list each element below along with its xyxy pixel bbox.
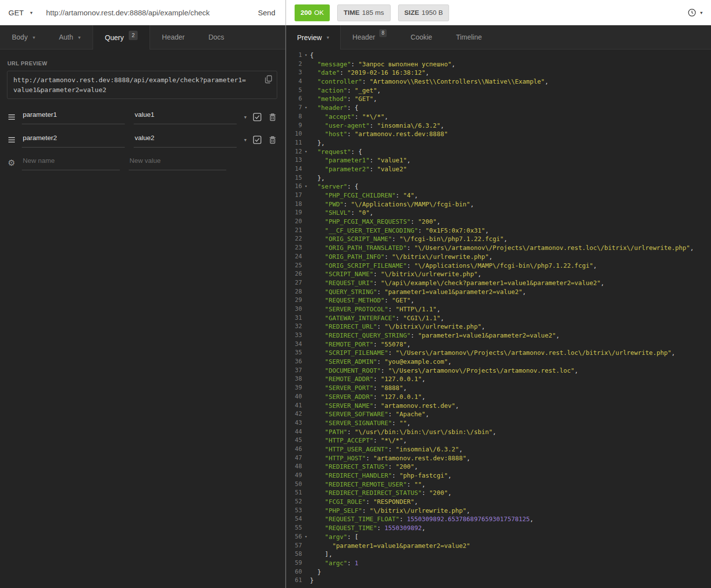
code-text: "REQUEST_METHOD": "GET", xyxy=(310,296,414,305)
url-preview-label: URL PREVIEW xyxy=(7,60,277,66)
code-text: "accept": "*\/*", xyxy=(310,112,388,121)
fold-toggle-icon[interactable]: ▾ xyxy=(302,182,310,191)
tab-header[interactable]: Header xyxy=(150,25,197,49)
fold-toggle-icon[interactable]: ▾ xyxy=(302,533,310,541)
code-text: "REDIRECT_QUERY_STRING": "parameter1=val… xyxy=(310,331,559,340)
fold-gutter xyxy=(302,60,310,69)
code-line: 44 "PATH": "\/usr\/bin:\/bin:\/usr\/sbin… xyxy=(287,428,711,437)
status-badge: 200 OK xyxy=(295,4,330,21)
code-text: "PATH": "\/usr\/bin:\/bin:\/usr\/sbin:\/… xyxy=(310,428,496,437)
checkbox-checked-icon[interactable] xyxy=(253,113,261,121)
tab-timeline[interactable]: Timeline xyxy=(444,25,494,49)
code-text: "REQUEST_URI": "\/api\/example\/check?pa… xyxy=(310,279,605,288)
code-line: 8 "accept": "*\/*", xyxy=(287,112,711,121)
method-dropdown[interactable]: GET ▾ xyxy=(8,8,33,17)
drag-handle-icon[interactable] xyxy=(7,137,16,143)
url-input[interactable]: http://artamonov.rest.dev:8888/api/examp… xyxy=(46,8,258,17)
chevron-down-icon[interactable]: ▾ xyxy=(244,114,247,120)
code-text: "argv": [ xyxy=(310,533,358,541)
fold-toggle-icon[interactable]: ▾ xyxy=(302,147,310,156)
fold-gutter xyxy=(302,559,310,568)
code-text: "REQUEST_TIME_FLOAT": 1550309892.6537868… xyxy=(310,515,534,524)
code-line: 58 ], xyxy=(287,550,711,559)
line-number: 20 xyxy=(287,217,302,226)
code-text: "request": { xyxy=(310,147,362,156)
drag-handle-icon[interactable] xyxy=(7,114,16,120)
query-param-row: ▾ xyxy=(7,129,277,152)
tab-query[interactable]: Query 2 xyxy=(93,25,150,49)
code-line: 53 "PHP_SELF": "\/bitrix\/urlrewrite.php… xyxy=(287,506,711,515)
code-line: 5 "action": "_get", xyxy=(287,86,711,95)
fold-gutter xyxy=(302,401,310,410)
tab-auth[interactable]: Auth ▾ xyxy=(47,25,93,49)
fold-gutter xyxy=(302,226,310,235)
param-name-input[interactable] xyxy=(22,133,125,147)
code-line: 33 "REDIRECT_QUERY_STRING": "parameter1=… xyxy=(287,331,711,340)
fold-gutter xyxy=(302,419,310,428)
code-text: "REMOTE_PORT": "55078", xyxy=(310,340,410,349)
response-history-dropdown[interactable]: ▾ xyxy=(688,8,703,17)
new-param-name-input[interactable] xyxy=(22,155,120,170)
fold-gutter xyxy=(302,340,310,349)
new-param-value-input[interactable] xyxy=(129,155,227,170)
param-name-input[interactable] xyxy=(22,109,125,124)
code-line: 22 "ORIG_SCRIPT_NAME": "\/fcgi-bin\/php7… xyxy=(287,235,711,244)
code-text: "DOCUMENT_ROOT": "\/Users\/artamonov\/Pr… xyxy=(310,366,578,375)
line-number: 9 xyxy=(287,121,302,130)
code-line: 56▾ "argv": [ xyxy=(287,533,711,541)
code-line: 36 "SERVER_ADMIN": "you@example.com", xyxy=(287,357,711,366)
line-number: 8 xyxy=(287,112,302,121)
code-line: 26 "SCRIPT_NAME": "\/bitrix\/urlrewrite.… xyxy=(287,270,711,279)
code-line: 31 "GATEWAY_INTERFACE": "CGI\/1.1", xyxy=(287,314,711,323)
code-line: 14 "parameter2": "value2" xyxy=(287,165,711,174)
code-text: "REDIRECT_URL": "\/bitrix\/urlrewrite.ph… xyxy=(310,322,485,331)
fold-gutter xyxy=(302,410,310,419)
code-text: "controller": "Artamonov\\Rest\\Controll… xyxy=(310,77,549,86)
fold-toggle-icon[interactable]: ▾ xyxy=(302,51,310,60)
tab-label: Docs xyxy=(208,33,224,41)
tab-preview[interactable]: Preview ▾ xyxy=(286,25,341,49)
code-line: 3 "date": "2019-02-16 16:38:12", xyxy=(287,68,711,77)
size-badge: SIZE 1950 B xyxy=(398,4,450,21)
send-button[interactable]: Send xyxy=(258,8,275,17)
chevron-down-icon[interactable]: ▾ xyxy=(244,137,247,143)
gear-icon[interactable]: ⚙ xyxy=(7,159,16,167)
param-value-input[interactable] xyxy=(134,133,237,147)
copy-icon[interactable] xyxy=(265,75,272,84)
fold-gutter xyxy=(302,506,310,515)
code-line: 1▾{ xyxy=(287,51,711,60)
code-line: 54 "REQUEST_TIME_FLOAT": 1550309892.6537… xyxy=(287,515,711,524)
trash-icon[interactable] xyxy=(268,136,277,144)
code-text: "SERVER_SOFTWARE": "Apache", xyxy=(310,410,429,419)
code-line: 42 "SERVER_SOFTWARE": "Apache", xyxy=(287,410,711,419)
code-line: 49 "REDIRECT_HANDLER": "php-fastcgi", xyxy=(287,471,711,480)
line-number: 5 xyxy=(287,86,302,95)
fold-toggle-icon[interactable]: ▾ xyxy=(302,103,310,112)
fold-gutter xyxy=(302,357,310,366)
line-number: 16 xyxy=(287,182,302,191)
tab-response-header[interactable]: Header 8 xyxy=(341,25,399,49)
code-line: 16▾ "server": { xyxy=(287,182,711,191)
tab-body[interactable]: Body ▾ xyxy=(0,25,47,49)
line-number: 44 xyxy=(287,428,302,437)
code-line: 41 "SERVER_NAME": "artamonov.rest.dev", xyxy=(287,401,711,410)
code-text: "header": { xyxy=(310,103,358,112)
checkbox-checked-icon[interactable] xyxy=(253,136,261,144)
code-line: 32 "REDIRECT_URL": "\/bitrix\/urlrewrite… xyxy=(287,322,711,331)
code-line: 51 "REDIRECT_REDIRECT_STATUS": "200", xyxy=(287,489,711,497)
fold-gutter xyxy=(302,515,310,524)
code-text: "PWD": "\/Applications\/MAMP\/fcgi-bin", xyxy=(310,200,474,209)
param-value-input[interactable] xyxy=(134,109,237,124)
code-text: "PHP_FCGI_CHILDREN": "4", xyxy=(310,191,418,200)
fold-gutter xyxy=(302,261,310,270)
tab-cookie[interactable]: Cookie xyxy=(399,25,444,49)
code-text: "QUERY_STRING": "parameter1=value1&param… xyxy=(310,288,526,296)
tab-docs[interactable]: Docs xyxy=(197,25,236,49)
code-line: 57 "parameter1=value1&parameter2=value2" xyxy=(287,541,711,550)
code-text: }, xyxy=(310,139,325,147)
code-text: "action": "_get", xyxy=(310,86,381,95)
line-number: 51 xyxy=(287,489,302,497)
trash-icon[interactable] xyxy=(268,113,277,121)
fold-gutter xyxy=(302,462,310,471)
code-text: "date": "2019-02-16 16:38:12", xyxy=(310,68,429,77)
